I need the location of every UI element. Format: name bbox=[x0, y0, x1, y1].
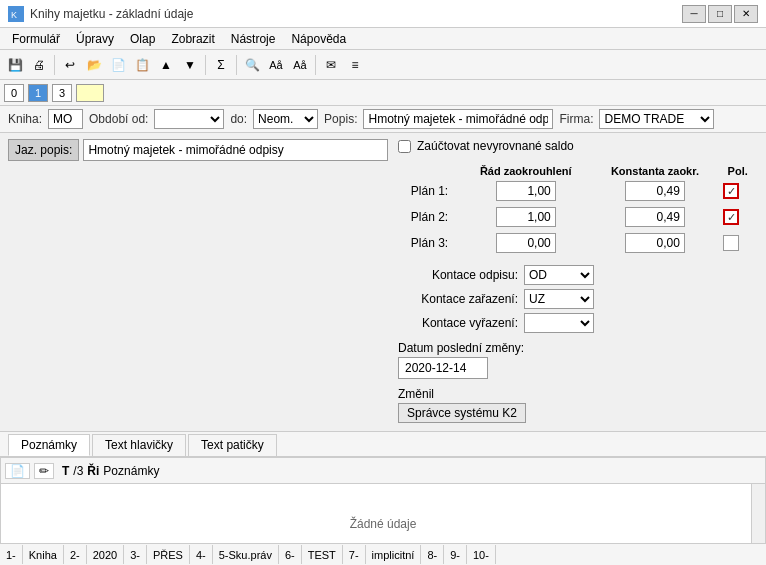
firma-label: Firma: bbox=[559, 112, 593, 126]
menu-zobrazit[interactable]: Zobrazit bbox=[163, 30, 222, 48]
plan2-rad-input[interactable] bbox=[496, 207, 556, 227]
window-title: Knihy majetku - základní údaje bbox=[30, 7, 193, 21]
plan3-konstanta-input[interactable] bbox=[625, 233, 685, 253]
plan1-konstanta-input[interactable] bbox=[625, 181, 685, 201]
checkbox-row: Zaúčtovat nevyrovnané saldo bbox=[398, 139, 758, 153]
obdobi-label: Období od: bbox=[89, 112, 148, 126]
status-cell-9: 9- bbox=[444, 545, 467, 564]
mail-button[interactable]: ✉ bbox=[320, 54, 342, 76]
menu-olap[interactable]: Olap bbox=[122, 30, 163, 48]
right-panel: Zaúčtovat nevyrovnané saldo Řád zaokrouh… bbox=[388, 139, 758, 423]
plan2-label: Plán 2: bbox=[400, 205, 459, 229]
notes-icon-page[interactable]: 📄 bbox=[5, 463, 30, 479]
do-select[interactable]: Neom. bbox=[253, 109, 318, 129]
saldo-label: Zaúčtovat nevyrovnané saldo bbox=[417, 139, 574, 153]
close-button[interactable]: ✕ bbox=[734, 5, 758, 23]
status-cell-4: 4- bbox=[190, 545, 213, 564]
find-button[interactable]: Aå bbox=[265, 54, 287, 76]
popis-label: Popis: bbox=[324, 112, 357, 126]
sum-button[interactable]: Σ bbox=[210, 54, 232, 76]
toolbar-separator-2 bbox=[205, 55, 206, 75]
plan1-label: Plán 1: bbox=[400, 179, 459, 203]
kontace-vyrazeni-select[interactable] bbox=[524, 313, 594, 333]
list-button[interactable]: ≡ bbox=[344, 54, 366, 76]
do-label: do: bbox=[230, 112, 247, 126]
copy-button[interactable]: 📋 bbox=[131, 54, 153, 76]
notes-empty-text: Žádné údaje bbox=[350, 517, 417, 531]
popis-input[interactable] bbox=[363, 109, 553, 129]
kniha-input[interactable] bbox=[48, 109, 83, 129]
lang-row: Jaz. popis: bbox=[8, 139, 388, 161]
zmenil-label: Změnil bbox=[398, 387, 434, 401]
new-button[interactable]: 📄 bbox=[107, 54, 129, 76]
status-bar: 1- Kniha 2- 2020 3- PŘES 4- 5-Sku.práv 6… bbox=[0, 543, 766, 565]
maximize-button[interactable]: □ bbox=[708, 5, 732, 23]
status-cell-7: 7- bbox=[343, 545, 366, 564]
svg-text:K: K bbox=[11, 10, 17, 20]
firma-select[interactable]: DEMO TRADE bbox=[599, 109, 714, 129]
notes-3-label: /3 bbox=[73, 464, 83, 478]
table-row: Plán 3: bbox=[400, 231, 756, 255]
kontace-odpisu-row: Kontace odpisu: OD bbox=[398, 265, 758, 285]
tab-row: 0 1 3 bbox=[0, 80, 766, 106]
col-konstanta-header: Konstanta zaokr. bbox=[593, 165, 718, 177]
bottom-tabs: Poznámky Text hlavičky Text patičky bbox=[0, 432, 766, 457]
status-cell-1: 1- bbox=[0, 545, 23, 564]
tab-0[interactable]: 0 bbox=[4, 84, 24, 102]
print-button[interactable]: 🖨 bbox=[28, 54, 50, 76]
notes-icon-pencil[interactable]: ✏ bbox=[34, 463, 54, 479]
tab-text-hlavicky[interactable]: Text hlavičky bbox=[92, 434, 186, 456]
kontace-zarazeni-row: Kontace zařazení: UZ bbox=[398, 289, 758, 309]
lang-desc-input[interactable] bbox=[83, 139, 388, 161]
notes-toolbar-label: Poznámky bbox=[103, 464, 159, 478]
datum-input[interactable] bbox=[398, 357, 488, 379]
plan1-pol-checkbox[interactable] bbox=[723, 183, 739, 199]
kontace-vyrazeni-row: Kontace vyřazení: bbox=[398, 313, 758, 333]
kontace-odpisu-select[interactable]: OD bbox=[524, 265, 594, 285]
table-row: Plán 2: bbox=[400, 205, 756, 229]
menu-napoveda[interactable]: Nápověda bbox=[283, 30, 354, 48]
tab-poznamky[interactable]: Poznámky bbox=[8, 434, 90, 456]
up-button[interactable]: ▲ bbox=[155, 54, 177, 76]
col-pol-header: Pol. bbox=[719, 165, 756, 177]
menu-bar: Formulář Úpravy Olap Zobrazit Nástroje N… bbox=[0, 28, 766, 50]
plan3-pol-checkbox[interactable] bbox=[723, 235, 739, 251]
saldo-checkbox[interactable] bbox=[398, 140, 411, 153]
left-panel: Jaz. popis: bbox=[8, 139, 388, 169]
tab-text-paticky[interactable]: Text patičky bbox=[188, 434, 277, 456]
open-button[interactable]: 📂 bbox=[83, 54, 105, 76]
menu-formular[interactable]: Formulář bbox=[4, 30, 68, 48]
obdobi-od-select[interactable] bbox=[154, 109, 224, 129]
filter-button[interactable]: Aå bbox=[289, 54, 311, 76]
status-cell-6: 6- bbox=[279, 545, 302, 564]
plan2-konstanta-input[interactable] bbox=[625, 207, 685, 227]
tab-3[interactable]: 3 bbox=[52, 84, 72, 102]
tab-1[interactable]: 1 bbox=[28, 84, 48, 102]
undo-button[interactable]: ↩ bbox=[59, 54, 81, 76]
window-controls: ─ □ ✕ bbox=[682, 5, 758, 23]
title-bar: K Knihy majetku - základní údaje ─ □ ✕ bbox=[0, 0, 766, 28]
save-button[interactable]: 💾 bbox=[4, 54, 26, 76]
color-box bbox=[76, 84, 104, 102]
table-row: Plán 1: bbox=[400, 179, 756, 203]
status-cell-year: 2020 bbox=[87, 545, 124, 564]
status-cell-pres: PŘES bbox=[147, 545, 190, 564]
menu-nastroje[interactable]: Nástroje bbox=[223, 30, 284, 48]
col-rad-header: Řád zaokrouhlení bbox=[461, 165, 591, 177]
down-button[interactable]: ▼ bbox=[179, 54, 201, 76]
plan2-pol-checkbox[interactable] bbox=[723, 209, 739, 225]
menu-upravy[interactable]: Úpravy bbox=[68, 30, 122, 48]
spravce-button[interactable]: Správce systému K2 bbox=[398, 403, 526, 423]
minimize-button[interactable]: ─ bbox=[682, 5, 706, 23]
search-button[interactable]: 🔍 bbox=[241, 54, 263, 76]
header-form: Kniha: Období od: do: Neom. Popis: Firma… bbox=[0, 106, 766, 133]
status-cell-skuprav: 5-Sku.práv bbox=[213, 545, 279, 564]
status-cell-kniha: Kniha bbox=[23, 545, 64, 564]
kontace-zarazeni-select[interactable]: UZ bbox=[524, 289, 594, 309]
status-cell-2: 2- bbox=[64, 545, 87, 564]
plan1-rad-input[interactable] bbox=[496, 181, 556, 201]
plan3-rad-input[interactable] bbox=[496, 233, 556, 253]
rounding-table: Řád zaokrouhlení Konstanta zaokr. Pol. P… bbox=[398, 163, 758, 257]
toolbar-separator-1 bbox=[54, 55, 55, 75]
toolbar: 💾 🖨 ↩ 📂 📄 📋 ▲ ▼ Σ 🔍 Aå Aå ✉ ≡ bbox=[0, 50, 766, 80]
